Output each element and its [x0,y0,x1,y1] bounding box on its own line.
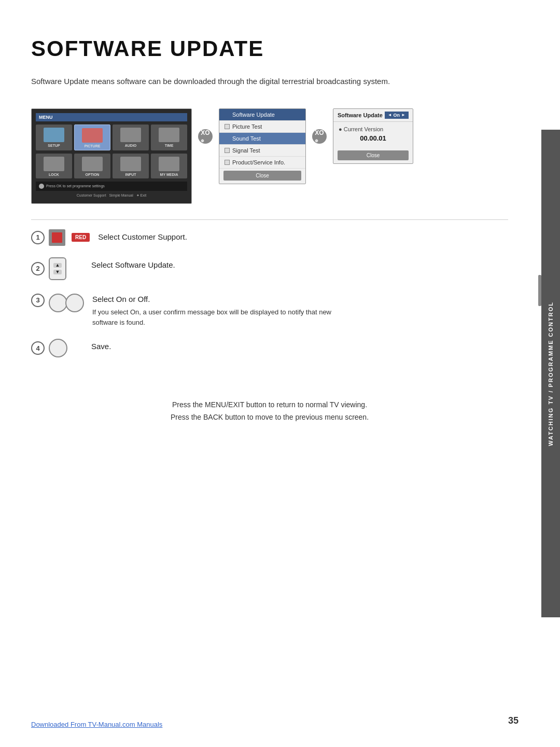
step-3-text: Select On or Off. [92,292,352,306]
version-number: 00.00.01 [339,134,408,142]
tv-menu-item-mymedia: MY MEDIA [151,154,187,178]
tv-menu-item-input: INPUT [113,154,149,178]
step-1-circle: 1 [31,231,45,244]
step-1-row: 1 RED Select Customer Support. [31,229,508,246]
mymedia-icon [159,157,179,171]
screenshots-area: MENU SETUP PICTURE AUDIO TIME [31,108,508,204]
step-3-num: 3 [36,296,39,304]
tv-menu-grid-row1: SETUP PICTURE AUDIO TIME [36,125,187,150]
tv-menu-item-picture: PICTURE [74,125,110,150]
menu-label-signal-test: Signal Test [232,147,260,154]
tv-menu-grid-row2: LOCK OPTION INPUT MY MEDIA [36,154,187,178]
step-3-circle: 3 [31,294,45,307]
tv-menu-screenshot: MENU SETUP PICTURE AUDIO TIME [31,108,192,204]
tv-menu-item-setup: SETUP [36,125,72,150]
checkbox-sound-test [225,136,230,141]
audio-icon [120,128,141,142]
checkbox-signal-test [225,148,230,153]
settings-on-badge: ◄ On ► [385,112,409,119]
tv-menu-label-audio: AUDIO [114,144,148,147]
menu-label-product-info: Product/Service Info. [232,159,285,165]
description: Software Update means software can be do… [31,76,508,88]
tv-menu-label-lock: LOCK [37,173,71,176]
step-2-text: Select Software Update. [91,257,175,271]
setup-icon [44,128,64,142]
option-icon [82,157,103,171]
step-1-number-area: 1 RED [31,229,90,246]
menu-label-picture-test: Picture Test [232,123,262,130]
step-3-icons [49,294,84,312]
steps-section: 1 RED Select Customer Support. 2 ▲ [31,229,508,358]
step-1-text: Select Customer Support. [98,229,187,243]
menu-close-button[interactable]: Close [223,171,301,181]
main-content: SOFTWARE UPDATE Software Update means so… [31,0,508,424]
tv-menu-item-lock: LOCK [36,154,72,178]
accent-bar [538,275,541,306]
arrow-button-2: XO⊕ [312,129,327,144]
red-button-icon [49,229,65,246]
step-1-num: 1 [36,233,39,241]
bottom-link[interactable]: Downloaded From TV-Manual.com Manuals [31,721,162,728]
step-2-circle: 2 [31,262,45,275]
red-label: RED [72,233,90,242]
step-4-number-area: 4 [31,339,83,357]
checkbox-picture-test [225,124,230,129]
tv-menu-topbar: MENU [36,113,187,121]
settings-popup-title: Software Update [338,112,383,118]
circle-icon-3a [49,294,67,312]
tv-menu-label-picture: PICTURE [76,144,109,148]
red-square [52,232,62,243]
time-icon [159,128,179,142]
arrow-connector-1: XO⊕ [198,108,213,144]
arrow-right-icon-2: XO⊕ [315,129,324,144]
settings-popup: Software Update ◄ On ► ● Current Version… [333,108,413,164]
menu-label-software-update: Software Update [232,112,275,118]
current-version-label: ● Current Version [339,126,408,132]
tv-menu-item-audio: AUDIO [113,125,149,150]
picture-icon [82,128,103,143]
tv-menu-label-mymedia: MY MEDIA [152,173,186,176]
arrow-button-1: XO⊕ [198,129,213,144]
step-2-num: 2 [36,265,39,272]
tv-menu-hint: Press OK to set programme settings [46,184,105,188]
remote-body: ▲ ▼ [49,257,66,280]
menu-item-signal-test: Signal Test [219,145,305,157]
step-4-row: 4 Save. [31,339,508,357]
page-number: 35 [508,715,519,726]
side-label: WATCHING TV / PROGRAMME CONTROL [541,130,560,617]
section-divider [31,219,508,220]
step-3-text-area: Select On or Off. If you select On, a us… [92,292,352,328]
circle-icon-4 [49,339,67,357]
settings-content: ● Current Version 00.00.01 [333,122,413,146]
bottom-note: Press the MENU/EXIT button to return to … [31,399,508,424]
settings-popup-header: Software Update ◄ On ► [333,109,413,122]
step-4-text: Save. [91,339,111,353]
remote-icon: ▲ ▼ [49,257,66,280]
settings-value: On [394,113,400,118]
checkbox-product-info [225,160,230,165]
tv-menu-bottom: Press OK to set programme settings [36,182,187,191]
step-2-row: 2 ▲ ▼ Select Software Update. [31,257,508,280]
menu-item-sound-test: Sound Test [219,133,305,145]
tv-menu-item-time: TIME [151,125,187,150]
bottom-note-line1: Press the MENU/EXIT button to return to … [31,399,508,411]
step-4-num: 4 [36,344,39,352]
tv-menu-item-option: OPTION [74,154,110,178]
step-3-subtext: If you select On, a user confirm message… [92,307,352,327]
circle-icon-3b [65,294,84,312]
tv-menu-label-option: OPTION [75,173,109,176]
down-button: ▼ [53,270,62,274]
step-4-circle: 4 [31,341,45,355]
menu-item-product-info: Product/Service Info. [219,157,305,169]
tv-menu-label-time: TIME [152,144,186,147]
input-icon [120,157,141,171]
menu-item-picture-test: Picture Test [219,121,305,133]
menu-popup: Software Update Picture Test Sound Test … [219,108,306,184]
up-button: ▲ [53,263,62,268]
checkbox-software-update [225,112,230,117]
menu-label-sound-test: Sound Test [232,135,261,142]
step-3-row: 3 Select On or Off. If you select On, a … [31,292,508,328]
menu-item-software-update: Software Update [219,109,305,121]
ok-dot [39,184,44,189]
settings-close-button[interactable]: Close [338,150,409,160]
